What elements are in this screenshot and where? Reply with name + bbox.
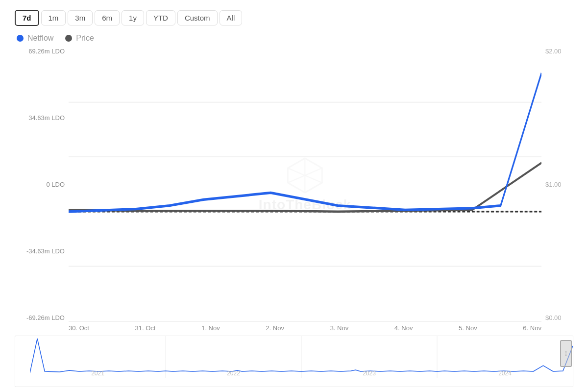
mini-scroll-handle[interactable]: ⁞: [560, 340, 572, 367]
x-axis-label: 2. Nov: [266, 324, 284, 332]
netflow-label: Netflow: [27, 34, 53, 43]
scroll-left-button[interactable]: ◀: [15, 387, 29, 388]
y-axis-left-label: -69.26m LDO: [15, 314, 65, 321]
y-axis-right-label: $1.00: [545, 181, 573, 188]
mini-year-label: 2023: [363, 370, 376, 377]
chart-svg: [69, 48, 541, 321]
x-axis-label: 5. Nov: [459, 324, 477, 332]
main-container: 7d1m3m6m1yYTDCustomAll Netflow Price 69.…: [0, 0, 588, 392]
time-btn-ytd[interactable]: YTD: [146, 10, 175, 25]
y-axis-right: $2.00$1.00$0.00: [541, 48, 573, 321]
netflow-legend-item: Netflow: [17, 34, 53, 43]
x-axis-label: 30. Oct: [69, 324, 89, 332]
mini-left-padding: [15, 336, 30, 387]
mini-year-label: 2024: [498, 370, 512, 377]
time-btn-7d[interactable]: 7d: [15, 10, 39, 26]
y-axis-left-label: 34.63m LDO: [15, 114, 65, 122]
y-axis-left-label: 69.26m LDO: [15, 48, 65, 55]
y-axis-left: 69.26m LDO34.63m LDO0 LDO-34.63m LDO-69.…: [15, 48, 69, 321]
mini-year-labels: 2021202220232024: [30, 370, 573, 377]
y-axis-left-label: -34.63m LDO: [15, 247, 65, 255]
x-axis-label: 31. Oct: [135, 324, 156, 332]
mini-chart-container: 2021202220232024 ⁞ ◀ ▶: [15, 336, 573, 387]
price-label: Price: [76, 34, 94, 43]
price-dot: [65, 35, 72, 42]
chart-plot: IntoTheBlock: [69, 48, 541, 321]
y-axis-right-label: $2.00: [545, 48, 573, 55]
main-chart-area: 69.26m LDO34.63m LDO0 LDO-34.63m LDO-69.…: [15, 48, 573, 321]
scroll-track[interactable]: [29, 387, 559, 388]
x-axis-label: 6. Nov: [523, 324, 541, 332]
time-btn-3m[interactable]: 3m: [68, 10, 93, 25]
legend: Netflow Price: [15, 34, 573, 43]
time-btn-1m[interactable]: 1m: [41, 10, 66, 25]
chart-wrapper: 69.26m LDO34.63m LDO0 LDO-34.63m LDO-69.…: [15, 48, 573, 387]
mini-plot: 2021202220232024 ⁞: [30, 336, 573, 387]
y-axis-right-label: $0.00: [545, 314, 573, 321]
scrollbar-area: ◀ ▶: [15, 387, 573, 387]
time-btn-6m[interactable]: 6m: [95, 10, 120, 25]
scroll-right-button[interactable]: ▶: [559, 387, 573, 388]
x-axis-label: 3. Nov: [330, 324, 349, 332]
mini-year-label: 2022: [227, 370, 240, 377]
x-axis-label: 4. Nov: [394, 324, 413, 332]
time-range-bar: 7d1m3m6m1yYTDCustomAll: [15, 10, 573, 26]
mini-chart-inner: 2021202220232024 ⁞: [15, 336, 573, 387]
mini-year-label: 2021: [91, 370, 104, 377]
netflow-dot: [17, 35, 24, 42]
y-axis-left-label: 0 LDO: [15, 181, 65, 188]
time-btn-all[interactable]: All: [220, 10, 243, 25]
time-btn-custom[interactable]: Custom: [177, 10, 218, 25]
time-btn-1y[interactable]: 1y: [122, 10, 144, 25]
x-axis: 30. Oct31. Oct1. Nov2. Nov3. Nov4. Nov5.…: [69, 321, 541, 332]
x-axis-label: 1. Nov: [201, 324, 220, 332]
price-legend-item: Price: [65, 34, 94, 43]
